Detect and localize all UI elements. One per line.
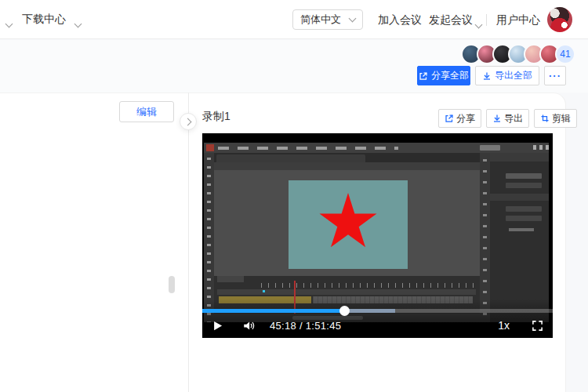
video-frame-toolbar <box>204 153 214 323</box>
export-all-button[interactable]: 导出全部 <box>475 66 539 85</box>
export-recording-button[interactable]: 导出 <box>486 109 529 128</box>
divider <box>486 14 487 26</box>
share-all-label: 分享全部 <box>431 69 469 82</box>
top-bar: 下载中心 简体中文 加入会议 发起会议 用户中心 <box>0 0 588 39</box>
start-meeting-link[interactable]: 发起会议 <box>429 13 473 27</box>
progress-fill <box>202 309 344 313</box>
video-ui-decoration <box>480 145 500 151</box>
user-center-link[interactable]: 用户中心 <box>496 13 540 27</box>
sidebar-scrollbar[interactable] <box>169 276 175 293</box>
edit-button[interactable]: 编辑 <box>119 101 174 122</box>
share-icon <box>419 71 428 81</box>
share-recording-button[interactable]: 分享 <box>438 109 481 128</box>
join-meeting-link[interactable]: 加入会议 <box>378 13 422 27</box>
red-star-shape <box>318 193 378 252</box>
play-icon <box>212 320 223 332</box>
video-ui-decoration <box>216 154 365 162</box>
video-ui-decoration <box>506 173 542 179</box>
chevron-down-icon <box>349 15 357 23</box>
chevron-right-icon <box>183 118 191 125</box>
collapse-panel-toggle[interactable] <box>180 113 197 130</box>
export-recording-label: 导出 <box>504 112 523 125</box>
video-frame-stage-area <box>214 170 480 276</box>
clip-recording-label: 剪辑 <box>552 112 571 125</box>
video-frame-panel-icons <box>480 153 490 323</box>
window-controls-icons <box>533 145 549 150</box>
video-player[interactable]: 45:18 / 1:51:45 1x <box>202 133 553 338</box>
language-select-value: 简体中文 <box>300 13 341 27</box>
video-ui-decoration <box>263 290 265 292</box>
video-frame-menubar <box>204 143 551 153</box>
video-ui-decoration <box>509 228 534 231</box>
download-icon <box>492 114 502 123</box>
playback-speed-button[interactable]: 1x <box>498 319 510 332</box>
time-display: 45:18 / 1:51:45 <box>270 320 341 332</box>
video-ui-decoration <box>214 162 480 170</box>
video-ui-decoration <box>217 289 476 295</box>
export-all-label: 导出全部 <box>495 69 532 82</box>
share-all-button[interactable]: 分享全部 <box>417 66 470 85</box>
collapse-nav-icon[interactable] <box>6 16 12 30</box>
participant-avatars <box>461 44 560 64</box>
recording-actions: 分享 导出 剪辑 <box>438 109 577 128</box>
clip-icon <box>540 114 550 123</box>
play-button[interactable] <box>212 320 223 332</box>
video-ui-decoration <box>218 147 398 150</box>
player-controls: 45:18 / 1:51:45 1x <box>202 315 553 336</box>
animate-logo <box>206 144 214 151</box>
more-actions-button[interactable]: ··· <box>544 66 566 85</box>
language-select[interactable]: 简体中文 <box>292 9 363 30</box>
page-title: 下载中心 <box>22 13 66 27</box>
video-ui-decoration <box>506 206 542 212</box>
download-icon <box>482 71 492 81</box>
video-ui-decoration <box>506 183 542 188</box>
progress-bar[interactable] <box>202 309 553 313</box>
video-frame-properties-panel <box>490 153 549 323</box>
fullscreen-icon <box>532 320 543 332</box>
animate-stage <box>289 180 408 269</box>
panel-divider <box>188 93 189 392</box>
volume-icon <box>242 320 256 332</box>
video-ui-decoration <box>490 153 549 162</box>
fullscreen-button[interactable] <box>532 320 543 332</box>
share-recording-label: 分享 <box>456 112 475 125</box>
volume-button[interactable] <box>242 320 256 332</box>
share-icon <box>445 114 454 123</box>
more-icon: ··· <box>549 70 561 82</box>
video-ui-decoration <box>506 216 542 221</box>
start-meeting-chevron-icon[interactable] <box>476 16 481 31</box>
user-avatar[interactable] <box>547 7 572 32</box>
nav-title-chevron-icon[interactable] <box>75 16 81 30</box>
recording-title: 录制1 <box>202 110 230 124</box>
participant-count-badge[interactable]: 41 <box>555 44 575 64</box>
video-ui-decoration <box>217 276 244 282</box>
clip-recording-button[interactable]: 剪辑 <box>534 109 577 128</box>
share-band: 41 分享全部 导出全部 ··· <box>0 40 588 93</box>
video-ui-decoration <box>490 194 549 201</box>
